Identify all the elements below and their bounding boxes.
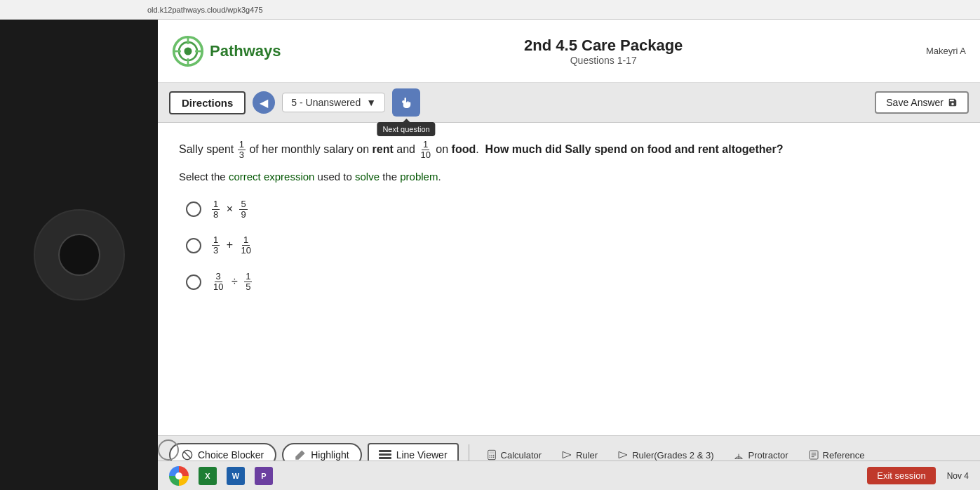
bottom-circle [158, 439, 179, 461]
system-bar: X W P Exit session Nov 4 [158, 461, 980, 490]
reference-icon [808, 449, 819, 461]
chrome-icon[interactable] [169, 466, 189, 486]
svg-line-8 [184, 451, 190, 458]
line-viewer-label: Line Viewer [396, 449, 448, 461]
header-subtitle: Questions 1-17 [281, 55, 926, 66]
next-tooltip: Next question [377, 122, 435, 136]
choice-blocker-label: Choice Blocker [198, 449, 264, 461]
choice-blocker-icon [182, 449, 193, 461]
calculator-label: Calculator [501, 450, 542, 461]
ruler-grades-label: Ruler(Grades 2 & 3) [632, 450, 713, 461]
question-content: Sally spent 13 of her monthly salary on … [158, 123, 980, 435]
fraction-1-3: 13 [238, 140, 246, 161]
save-answer-button[interactable]: Save Answer [875, 91, 969, 114]
radio-a[interactable] [186, 201, 201, 217]
highlight-icon [295, 449, 306, 461]
browser-bar: old.k12pathways.cloud/wpk3g475 [0, 0, 980, 20]
excel-label-2: W [232, 472, 239, 480]
svg-point-14 [489, 455, 490, 456]
main-area: Pathways 2nd 4.5 Care Package Questions … [158, 20, 980, 490]
next-question-container: Next question [392, 88, 420, 117]
protractor-label: Protractor [748, 450, 788, 461]
expr-a: 18 × 59 [211, 199, 248, 220]
ruler-icon [561, 449, 572, 461]
save-label: Save Answer [886, 97, 944, 108]
line-viewer-icon [379, 450, 391, 460]
excel-icon-2[interactable]: W [227, 467, 245, 485]
system-bar-left: X W P [169, 466, 273, 486]
svg-point-2 [184, 47, 192, 55]
toolbar: Directions ◀ 5 - Unanswered ▼ Next quest… [158, 83, 980, 123]
excel-label-1: X [205, 472, 210, 480]
save-icon [948, 98, 958, 107]
svg-point-19 [492, 457, 494, 458]
svg-point-17 [489, 457, 490, 458]
chrome-inner [175, 472, 182, 479]
logo-text: Pathways [210, 42, 281, 60]
header-user: Makeyri A [926, 46, 966, 56]
svg-point-18 [491, 457, 492, 458]
header-center: 2nd 4.5 Care Package Questions 1-17 [281, 37, 926, 66]
logo-area: Pathways [172, 35, 281, 67]
header-title: 2nd 4.5 Care Package [281, 37, 926, 55]
instruction-text: Select the correct expression used to so… [179, 171, 959, 183]
question-dropdown[interactable]: 5 - Unanswered ▼ [282, 93, 385, 112]
svg-point-15 [491, 455, 492, 456]
ruler-label: Ruler [576, 450, 598, 461]
svg-rect-10 [379, 453, 391, 456]
expr-b: 13 + 110 [211, 235, 253, 256]
answer-options: 18 × 59 13 + 110 310 ÷ [179, 199, 959, 293]
question-selector-label: 5 - Unanswered [291, 97, 361, 108]
excel-label-3: P [261, 472, 266, 480]
pathways-logo-icon [172, 35, 204, 67]
directions-button[interactable]: Directions [169, 91, 246, 114]
protractor-icon [733, 449, 744, 461]
left-panel [0, 20, 158, 490]
reference-label: Reference [823, 450, 865, 461]
hand-icon [399, 95, 413, 110]
excel-icon-3[interactable]: P [255, 467, 273, 485]
option-b[interactable]: 13 + 110 [186, 235, 959, 256]
radio-c[interactable] [186, 274, 201, 290]
radio-b[interactable] [186, 238, 201, 253]
question-text: Sally spent 13 of her monthly salary on … [179, 140, 959, 161]
fraction-1-10: 110 [419, 140, 431, 161]
date-display: Nov 4 [947, 471, 969, 481]
exit-session-button[interactable]: Exit session [867, 467, 935, 484]
calculator-icon [486, 449, 497, 461]
next-question-button[interactable] [392, 88, 420, 117]
nav-left-button[interactable]: ◀ [253, 91, 275, 114]
system-bar-right: Exit session Nov 4 [867, 467, 969, 484]
svg-rect-13 [489, 451, 494, 453]
svg-rect-11 [379, 457, 391, 459]
option-a[interactable]: 18 × 59 [186, 199, 959, 220]
header: Pathways 2nd 4.5 Care Package Questions … [158, 20, 980, 83]
expr-c: 310 ÷ 15 [211, 272, 253, 293]
svg-rect-9 [379, 450, 391, 452]
svg-point-16 [492, 455, 494, 456]
dropdown-arrow-icon: ▼ [366, 97, 376, 108]
ruler-grades-icon [617, 449, 629, 461]
excel-icon-1[interactable]: X [199, 467, 217, 485]
browser-url: old.k12pathways.cloud/wpk3g475 [147, 6, 263, 14]
option-c[interactable]: 310 ÷ 15 [186, 272, 959, 293]
highlight-label: Highlight [311, 449, 349, 461]
